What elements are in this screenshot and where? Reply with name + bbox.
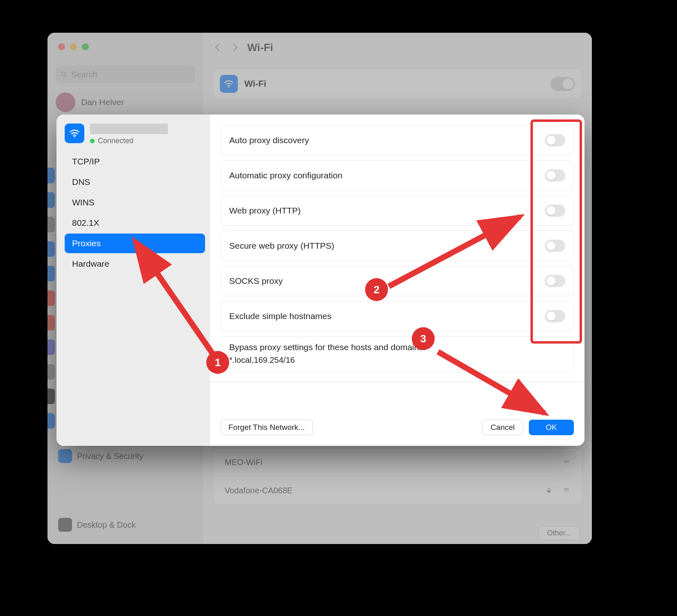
status-label: Connected xyxy=(98,137,133,145)
proxy-option-exclude-simple: Exclude simple hostnames xyxy=(221,301,574,331)
toggle-switch[interactable] xyxy=(545,205,565,217)
tab-label: Proxies xyxy=(72,238,101,248)
minimize-icon[interactable] xyxy=(70,43,77,50)
app-strip-icon xyxy=(47,241,55,257)
app-strip-icon xyxy=(47,266,55,281)
app-strip-icon xyxy=(47,389,55,404)
button-label: Forget This Network... xyxy=(228,423,305,432)
traffic-lights[interactable] xyxy=(58,43,89,50)
account-row[interactable]: Dan Helver xyxy=(56,92,124,112)
wifi-icon xyxy=(563,459,570,466)
wifi-master-row: Wi-Fi xyxy=(213,69,582,99)
app-strip-icon xyxy=(47,192,55,208)
connection-status: Connected xyxy=(90,137,168,145)
sidebar-item-desktop[interactable]: Desktop & Dock xyxy=(55,515,194,534)
lock-icon xyxy=(546,487,552,494)
tab-label: Hardware xyxy=(72,259,109,269)
wifi-icon xyxy=(65,124,84,143)
network-details-sheet: Connected TCP/IP DNS WINS 802.1X Proxies… xyxy=(56,115,584,446)
svg-point-2 xyxy=(228,86,229,88)
proxy-option-http: Web proxy (HTTP) xyxy=(221,196,574,226)
app-strip-icon xyxy=(47,364,55,380)
toggle-switch[interactable] xyxy=(545,134,565,146)
tab-dns[interactable]: DNS xyxy=(65,172,205,192)
option-label: Web proxy (HTTP) xyxy=(229,206,301,216)
other-network-label: Other... xyxy=(547,529,571,537)
tab-label: TCP/IP xyxy=(72,157,100,166)
option-label: SOCKS proxy xyxy=(229,276,283,286)
tab-label: WINS xyxy=(72,198,95,207)
fullscreen-icon[interactable] xyxy=(82,43,89,50)
wifi-icon xyxy=(563,487,570,494)
proxy-option-socks: SOCKS proxy xyxy=(221,266,574,296)
back-icon[interactable] xyxy=(213,43,223,52)
svg-point-5 xyxy=(566,492,567,492)
tab-hardware[interactable]: Hardware xyxy=(65,254,205,274)
toggle-switch[interactable] xyxy=(545,275,565,287)
button-label: OK xyxy=(546,423,557,432)
tab-wins[interactable]: WINS xyxy=(65,193,205,212)
settings-tabs: TCP/IP DNS WINS 802.1X Proxies Hardware xyxy=(65,152,205,274)
account-name: Dan Helver xyxy=(81,97,124,107)
app-strip-icon xyxy=(47,339,55,355)
status-dot-icon xyxy=(90,139,95,143)
bypass-proxy-field[interactable]: Bypass proxy settings for these hosts an… xyxy=(221,336,574,373)
forget-network-button[interactable]: Forget This Network... xyxy=(221,420,313,435)
sidebar-item-label: Privacy & Security xyxy=(77,452,143,461)
search-icon xyxy=(61,71,68,78)
wifi-label: Wi-Fi xyxy=(244,79,266,89)
option-label: Secure web proxy (HTTPS) xyxy=(229,241,334,251)
sheet-footer: Forget This Network... Cancel OK xyxy=(210,411,584,446)
divider xyxy=(210,382,584,382)
network-row[interactable]: Vodafone-CA068E xyxy=(213,477,582,504)
proxy-option-auto-config: Automatic proxy configuration xyxy=(221,160,574,191)
other-networks-list: MEO-WiFi Vodafone-CA068E xyxy=(213,448,582,505)
wifi-icon xyxy=(220,75,238,93)
option-label: Auto proxy discovery xyxy=(229,135,309,145)
search-input[interactable]: Search xyxy=(56,65,195,83)
app-strip-icon xyxy=(47,290,55,306)
tab-tcpip[interactable]: TCP/IP xyxy=(65,152,205,171)
desktop-icon xyxy=(58,518,72,532)
toggle-switch[interactable] xyxy=(545,310,565,322)
svg-point-6 xyxy=(74,136,75,137)
wifi-toggle[interactable] xyxy=(551,77,575,91)
tab-label: DNS xyxy=(72,177,90,187)
proxy-option-https: Secure web proxy (HTTPS) xyxy=(221,231,574,261)
sheet-sidebar: Connected TCP/IP DNS WINS 802.1X Proxies… xyxy=(56,115,210,446)
ok-button[interactable]: OK xyxy=(529,420,574,435)
cancel-button[interactable]: Cancel xyxy=(482,420,523,435)
other-network-button[interactable]: Other... xyxy=(539,526,580,540)
sheet-content: Auto proxy discovery Automatic proxy con… xyxy=(210,115,584,446)
option-label: Exclude simple hostnames xyxy=(229,311,332,321)
network-ssid-redacted xyxy=(90,124,168,134)
svg-point-3 xyxy=(566,464,567,465)
hand-icon xyxy=(58,449,72,463)
svg-point-0 xyxy=(62,72,65,76)
app-strip-icon xyxy=(47,315,55,330)
toggle-switch[interactable] xyxy=(545,169,565,182)
svg-rect-4 xyxy=(547,490,551,492)
page-title: Wi-Fi xyxy=(247,41,273,54)
app-strip-icon xyxy=(47,217,55,232)
search-placeholder: Search xyxy=(71,70,97,79)
option-label: Automatic proxy configuration xyxy=(229,171,343,180)
svg-line-1 xyxy=(65,75,67,77)
toggle-switch[interactable] xyxy=(545,240,565,252)
sidebar-item-label: Desktop & Dock xyxy=(77,520,135,530)
bypass-label: Bypass proxy settings for these hosts an… xyxy=(229,342,565,352)
close-icon[interactable] xyxy=(58,43,65,50)
forward-icon[interactable] xyxy=(230,43,240,52)
tab-label: 802.1X xyxy=(72,218,99,228)
tab-proxies[interactable]: Proxies xyxy=(65,234,205,253)
proxy-option-auto-discovery: Auto proxy discovery xyxy=(221,125,574,155)
network-header: Connected xyxy=(65,124,205,145)
bypass-value: *.local,169.254/16 xyxy=(229,355,565,365)
settings-header: Wi-Fi xyxy=(203,33,592,62)
network-row[interactable]: MEO-WiFi xyxy=(213,449,582,477)
sidebar-item-privacy[interactable]: Privacy & Security xyxy=(55,447,194,465)
network-name: MEO-WiFi xyxy=(225,458,262,467)
network-name: Vodafone-CA068E xyxy=(225,486,293,495)
button-label: Cancel xyxy=(490,423,515,432)
tab-8021x[interactable]: 802.1X xyxy=(65,213,205,233)
